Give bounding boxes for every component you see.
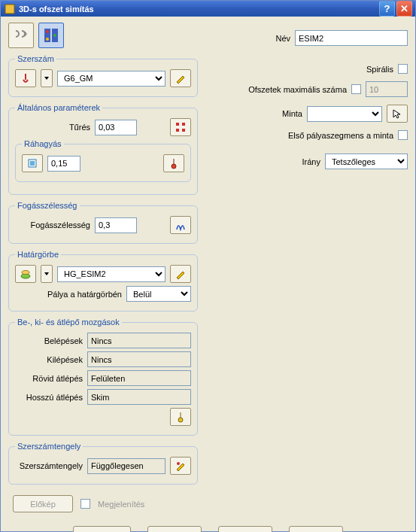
irany-label: Irány <box>302 157 320 166</box>
mozgasok-group: Be-, ki- és átlépő mozgások Belépések Ni… <box>8 318 198 436</box>
mozgasok-legend: Be-, ki- és átlépő mozgások <box>15 318 122 327</box>
svg-rect-8 <box>176 129 179 132</box>
tengely-label: Szerszámtengely <box>15 461 83 470</box>
app-icon <box>4 3 16 15</box>
elfogad-button[interactable]: Elfogad <box>218 526 272 532</box>
fogas-legend: Fogásszélesség <box>15 201 80 210</box>
strategy-icon-2[interactable] <box>38 23 64 48</box>
tures-input[interactable] <box>95 120 137 135</box>
rahagyas-input[interactable] <box>47 156 80 172</box>
preview-checkbox-label: Megjelenítés <box>98 500 144 509</box>
hatterbe-button[interactable]: Háttérbe <box>147 526 202 532</box>
szerszam-group: Szerszám G6_GM <box>8 54 198 97</box>
szerszam-edit-icon[interactable] <box>170 69 191 87</box>
fogas-label: Fogásszélesség <box>15 220 90 230</box>
hatar-edit-icon[interactable] <box>170 265 191 283</box>
mozgasok-edit-icon[interactable] <box>170 408 191 426</box>
right-column: Név Spirális Ofszetek maximális száma 10… <box>213 23 408 512</box>
hosszu-label: Hosszú átlépés <box>15 393 83 402</box>
irany-select[interactable]: Tetszőleges <box>325 154 408 169</box>
vegrehajt-button[interactable]: Végrehajt <box>73 526 131 532</box>
footer-buttons: Végrehajt Háttérbe Elfogad Mégse <box>8 526 408 532</box>
rahagyas-icon[interactable] <box>22 154 43 172</box>
name-label: Név <box>275 34 290 43</box>
svg-point-13 <box>22 271 29 275</box>
hatar-dropdown-icon[interactable] <box>41 265 53 283</box>
tures-extra-icon[interactable] <box>170 118 191 136</box>
belepesek-value: Nincs <box>87 333 191 348</box>
ofszetmax-value: 10 <box>366 81 408 97</box>
kilepesek-label: Kilépések <box>15 355 83 364</box>
altparam-group: Általános paraméterek Tűrés Ráhagyás <box>8 103 198 195</box>
svg-point-5 <box>46 38 49 41</box>
szerszam-legend: Szerszám <box>15 54 56 63</box>
close-button[interactable]: ✕ <box>396 1 412 17</box>
dialog-window: 3D-s ofszet simítás ? ✕ Szerszám <box>0 0 416 532</box>
hosszu-value: Skim <box>87 389 191 405</box>
fogas-input[interactable] <box>95 217 137 233</box>
tures-label: Tűrés <box>15 123 90 132</box>
ofszetmax-label: Ofszetek maximális száma <box>248 85 347 94</box>
minta-select[interactable] <box>307 106 382 122</box>
svg-rect-6 <box>176 123 179 126</box>
hatar-legend: Határgörbe <box>15 250 61 259</box>
megse-button[interactable]: Mégse <box>289 526 343 532</box>
palya-select[interactable]: Belül <box>126 286 191 302</box>
altparam-legend: Általános paraméterek <box>15 103 102 112</box>
hatar-select[interactable]: HG_ESIM2 <box>57 266 165 282</box>
rahagyas-tool-icon[interactable] <box>163 154 184 172</box>
spiralis-label: Spirális <box>366 65 393 74</box>
ofszetmax-checkbox[interactable] <box>351 84 361 94</box>
fogas-icon[interactable] <box>170 216 191 234</box>
svg-point-14 <box>177 462 180 465</box>
rovid-value: Felületen <box>87 370 191 386</box>
tool-dropdown-icon[interactable] <box>41 69 53 87</box>
titlebar: 3D-s ofszet simítás ? ✕ <box>1 1 415 17</box>
rahagyas-legend: Ráhagyás <box>22 139 64 148</box>
kilepesek-value: Nincs <box>87 351 191 367</box>
hatar-icon[interactable] <box>15 265 36 283</box>
name-input[interactable] <box>295 30 408 46</box>
strategy-icon-1[interactable] <box>8 23 34 48</box>
svg-rect-9 <box>182 129 185 132</box>
hatar-group: Határgörbe HG_ESIM2 <box>8 250 198 312</box>
tengely-value: Függőlegesen <box>87 458 165 474</box>
preview-checkbox[interactable] <box>80 499 90 509</box>
preview-button[interactable]: Előkép <box>13 495 73 512</box>
left-column: Szerszám G6_GM <box>8 23 198 512</box>
tengely-edit-icon[interactable] <box>170 457 191 475</box>
dialog-body: Szerszám G6_GM <box>1 17 415 532</box>
belepesek-label: Belépések <box>15 336 83 345</box>
rovid-label: Rövid átlépés <box>15 374 83 383</box>
svg-point-4 <box>53 34 56 37</box>
svg-rect-0 <box>5 5 14 14</box>
tool-icon[interactable] <box>15 69 36 87</box>
minta-label: Minta <box>282 109 302 118</box>
tengely-legend: Szerszámtengely <box>15 442 83 451</box>
rahagyas-group: Ráhagyás <box>15 139 191 182</box>
svg-point-3 <box>46 30 49 33</box>
szerszam-select[interactable]: G6_GM <box>57 71 165 87</box>
elsopalya-label: Első pályaszegmens a minta <box>288 131 393 140</box>
tengely-group: Szerszámtengely Szerszámtengely Függőleg… <box>8 442 198 485</box>
spiralis-checkbox[interactable] <box>398 64 408 74</box>
window-title: 3D-s ofszet simítás <box>19 5 94 14</box>
minta-cursor-icon[interactable] <box>387 105 408 123</box>
help-button[interactable]: ? <box>379 1 395 17</box>
svg-rect-11 <box>30 161 35 166</box>
palya-label: Pálya a határgörbén <box>47 290 122 299</box>
elsopalya-checkbox[interactable] <box>398 130 408 140</box>
fogas-group: Fogásszélesség Fogásszélesség <box>8 201 198 244</box>
svg-rect-7 <box>182 123 185 126</box>
